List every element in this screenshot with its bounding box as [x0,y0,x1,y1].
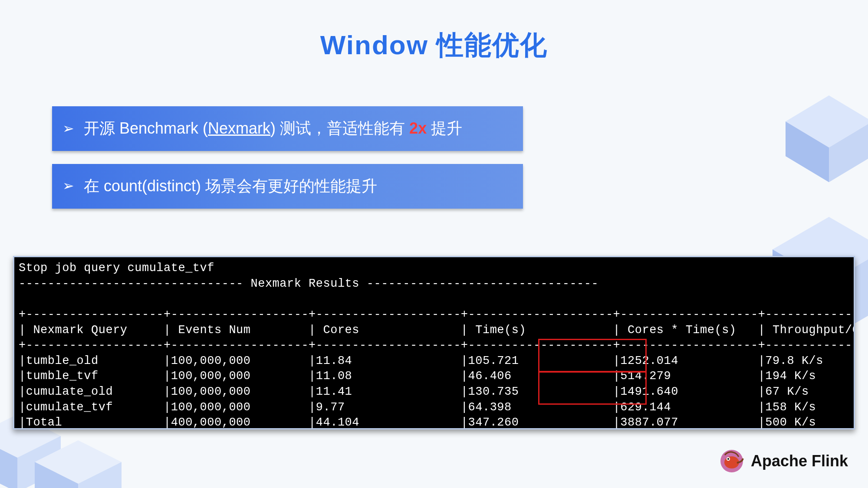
svg-marker-7 [786,121,829,182]
nexmark-link[interactable]: Nexmark [208,119,270,137]
svg-marker-3 [35,440,122,484]
svg-marker-1 [0,436,17,488]
bullet-list: ➢ 开源 Benchmark (Nexmark) 测试，普适性能有 2x 提升 … [52,106,523,222]
bullet-text: 在 count(distinct) 场景会有更好的性能提升 [84,176,513,197]
bullet-text: 开源 Benchmark (Nexmark) 测试，普适性能有 2x 提升 [84,118,513,139]
slide-title: Window 性能优化 [0,27,868,63]
flink-logo-icon [719,448,745,474]
bullet-count-distinct: ➢ 在 count(distinct) 场景会有更好的性能提升 [52,164,523,209]
accent-2x: 2x [409,119,427,137]
svg-point-15 [727,458,729,460]
brand-text: Apache Flink [751,452,848,470]
bullet-benchmark: ➢ 开源 Benchmark (Nexmark) 测试，普适性能有 2x 提升 [52,106,523,151]
chevron-right-icon: ➢ [62,120,74,138]
svg-marker-8 [829,121,868,182]
svg-marker-4 [35,462,78,488]
chevron-right-icon: ➢ [62,177,74,195]
footer-brand: Apache Flink [719,448,848,474]
terminal-text: Stop job query cumulate_tvf ------------… [19,261,849,429]
svg-marker-6 [786,95,868,147]
terminal-output: Stop job query cumulate_tvf ------------… [13,256,855,429]
svg-marker-5 [78,462,122,488]
svg-marker-2 [17,436,61,488]
